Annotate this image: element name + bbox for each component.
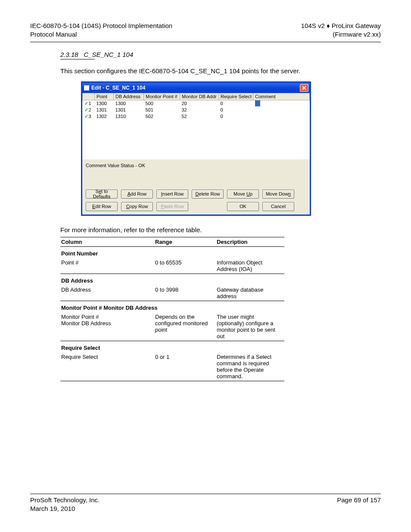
doc-footer: ProSoft Technology, Inc. March 19, 2010 …: [30, 494, 381, 513]
section-rule: [60, 59, 95, 59]
cell-point[interactable]: 1300: [95, 100, 114, 107]
col-header-db[interactable]: DB Address: [114, 93, 144, 100]
ref-row: Monitor Point # Monitor DB Address Depen…: [60, 312, 284, 341]
table-row[interactable]: ✓2 1301 1301 501 32 0: [83, 107, 310, 113]
cell-mpt[interactable]: 500: [144, 100, 180, 107]
ref-header-range: Range: [154, 237, 216, 246]
ref-section-title: DB Address: [60, 274, 284, 285]
header-left-2: Protocol Manual: [30, 30, 172, 39]
ref-header-description: Description: [216, 237, 284, 246]
header-right-2: (Firmware v2.xx): [301, 30, 381, 39]
header-right-1: 104S v2 ♦ ProLinx Gateway: [301, 22, 381, 30]
selection-highlight: [255, 100, 260, 106]
table-row[interactable]: ✓1 1300 1300 500 20 0: [83, 100, 310, 107]
checkmark-icon: ✓: [84, 107, 88, 112]
ref-section-title: Monitor Point # Monitor DB Address: [60, 301, 284, 312]
cell-mdb[interactable]: 20: [180, 100, 219, 107]
ref-row: Require Select 0 or 1 Determines if a Se…: [60, 352, 284, 381]
ref-row: DB Address 0 to 3998 Gateway database ad…: [60, 285, 284, 301]
doc-header: IEC-60870-5-104 (104S) Protocol Implemen…: [30, 22, 381, 42]
col-header-monitor-pt[interactable]: Monitor Point #: [144, 93, 180, 100]
cell-mdb[interactable]: 32: [180, 107, 219, 113]
section-intro: This section configures the IEC-60870-5-…: [60, 66, 372, 75]
cell-mdb[interactable]: 52: [180, 113, 219, 120]
app-icon: [84, 85, 89, 90]
header-left-1: IEC-60870-5-104 (104S) Protocol Implemen…: [30, 22, 172, 30]
cancel-button[interactable]: Cancel: [262, 202, 294, 211]
ok-button[interactable]: OK: [227, 202, 259, 211]
dialog-title: Edit - C_SE_NC_1 104: [91, 85, 300, 91]
edit-dialog: Edit - C_SE_NC_1 104: [81, 81, 311, 216]
insert-row-button[interactable]: Insert Row: [156, 190, 188, 199]
cell-req[interactable]: 0: [219, 107, 253, 113]
close-button[interactable]: [300, 84, 308, 92]
cell-req[interactable]: 0: [219, 100, 253, 107]
ref-section-title: Require Select: [60, 341, 284, 352]
grid-empty-area: [82, 120, 310, 159]
checkmark-icon: ✓: [84, 101, 88, 106]
cell-point[interactable]: 1301: [95, 107, 114, 113]
copy-row-button[interactable]: Copy Row: [121, 202, 153, 211]
footer-company: ProSoft Technology, Inc.: [30, 496, 100, 504]
section-heading: 2.3.18 C_SE_NC_1 104: [60, 51, 372, 58]
move-up-button[interactable]: Move Up: [227, 190, 259, 199]
paste-row-button[interactable]: Paste Row: [156, 202, 188, 211]
footer-page: Page 69 of 157: [337, 496, 381, 513]
col-header-point[interactable]: Point: [95, 93, 114, 100]
col-header-comment[interactable]: Comment: [253, 93, 310, 100]
edit-row-button[interactable]: Edit Row: [86, 202, 118, 211]
table-row[interactable]: ✓3 1302 1310 502 52 0: [83, 113, 310, 120]
set-defaults-button[interactable]: Set to Defaults: [86, 190, 118, 199]
reference-intro: For more information, refer to the refer…: [60, 226, 372, 233]
grid-header-row: Point DB Address Monitor Point # Monitor…: [83, 93, 310, 100]
cell-point[interactable]: 1302: [95, 113, 114, 120]
col-header-blank[interactable]: [83, 93, 95, 100]
dialog-titlebar[interactable]: Edit - C_SE_NC_1 104: [82, 83, 310, 93]
reference-table: Column Range Description Point Number Po…: [60, 237, 284, 381]
col-header-monitor-db[interactable]: Monitor DB Addr: [180, 93, 219, 100]
data-grid[interactable]: Point DB Address Monitor Point # Monitor…: [82, 93, 310, 159]
cell-comment[interactable]: [253, 107, 310, 113]
ref-header-column: Column: [60, 237, 154, 246]
ref-row: Point # 0 to 65535 Information Object Ad…: [60, 258, 284, 274]
move-down-button[interactable]: Move Down: [262, 190, 294, 199]
checkmark-icon: ✓: [84, 114, 88, 119]
section-number: 2.3.18: [60, 51, 78, 58]
status-text: Comment Value Status - OK: [82, 159, 310, 188]
cell-db[interactable]: 1310: [114, 113, 144, 120]
delete-row-button[interactable]: Delete Row: [192, 190, 224, 199]
ref-header-row: Column Range Description: [60, 237, 284, 246]
footer-date: March 19, 2010: [30, 504, 100, 513]
ref-section-title: Point Number: [60, 246, 284, 258]
cell-mpt[interactable]: 501: [144, 107, 180, 113]
cell-mpt[interactable]: 502: [144, 113, 180, 120]
cell-req[interactable]: 0: [219, 113, 253, 120]
cell-comment[interactable]: [253, 100, 310, 107]
cell-comment[interactable]: [253, 113, 310, 120]
cell-db[interactable]: 1300: [114, 100, 144, 107]
add-row-button[interactable]: Add Row: [121, 190, 153, 199]
close-icon: [302, 86, 306, 90]
cell-db[interactable]: 1301: [114, 107, 144, 113]
col-header-require-select[interactable]: Require Select: [219, 93, 253, 100]
section-title: C_SE_NC_1 104: [84, 51, 133, 58]
